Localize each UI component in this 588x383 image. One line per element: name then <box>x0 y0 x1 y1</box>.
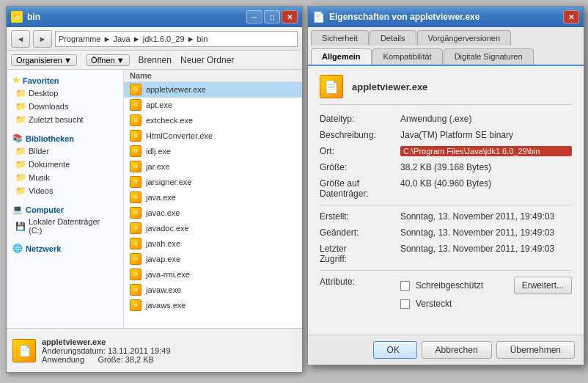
status-modified: Änderungsdatum: 13.11.2011 19:49 <box>42 346 171 355</box>
dialog-title-icon: 📄 <box>312 11 325 23</box>
network-icon: 🌐 <box>12 244 23 253</box>
accessed-label: LetzterZugriff: <box>320 244 400 264</box>
open-button[interactable]: Öffnen ▼ <box>86 54 130 66</box>
status-info: appletviewer.exe Änderungsdatum: 13.11.2… <box>42 338 171 364</box>
prop-divider-1 <box>320 205 572 205</box>
status-filename: appletviewer.exe <box>42 338 171 346</box>
folder-icon: 📁 <box>15 186 26 196</box>
list-item[interactable]: ⚙HtmlConverter.exe <box>124 128 302 144</box>
ok-button[interactable]: OK <box>373 341 417 359</box>
dialog-buttons: OK Abbrechen Übernehmen <box>308 335 584 365</box>
list-item[interactable]: ⚙javadoc.exe <box>124 221 302 236</box>
dialog-tabs: Sicherheit Details Vorgängerversionen Al… <box>308 27 584 66</box>
accessed-row: LetzterZugriff: Sonntag, 13. November 20… <box>320 244 572 264</box>
list-item[interactable]: ⚙extcheck.exe <box>124 113 302 128</box>
burn-menu-item[interactable]: Brennen <box>139 55 172 65</box>
dialog-close-button[interactable]: ✕ <box>563 10 579 23</box>
drive-icon: 💾 <box>15 221 26 231</box>
description-label: Beschreibung: <box>320 130 400 140</box>
readonly-checkbox[interactable] <box>400 281 410 291</box>
created-value: Sonntag, 13. November 2011, 19:49:03 <box>400 211 572 222</box>
sidebar-item-desktop[interactable]: 📁 Desktop <box>10 87 120 100</box>
prop-divider-2 <box>320 270 572 271</box>
list-item[interactable]: ⚙jar.exe <box>124 159 302 175</box>
status-file-icon: 📄 <box>12 339 36 362</box>
tab-general[interactable]: Allgemein <box>311 48 372 65</box>
sidebar-item-documents[interactable]: 📁 Dokumente <box>10 158 120 171</box>
tab-details[interactable]: Details <box>370 30 416 45</box>
forward-button[interactable]: ► <box>33 30 52 48</box>
tab-row-2: Allgemein Kompatibilität Digitale Signat… <box>308 45 584 66</box>
filetype-row: Dateityp: Anwendung (.exe) <box>320 114 572 124</box>
dialog-titlebar: 📄 Eigenschaften von appletviewer.exe ✕ <box>308 7 584 27</box>
size-disk-value: 40,0 KB (40.960 Bytes) <box>400 178 572 189</box>
description-value: Java(TM) Platform SE binary <box>400 130 572 140</box>
sidebar-item-videos[interactable]: 📁 Videos <box>10 184 120 197</box>
sidebar-item-local-drive[interactable]: 💾 Lokaler Datenträger (C:) <box>10 216 120 236</box>
window-controls: ─ □ ✕ <box>246 10 298 23</box>
hidden-checkbox[interactable] <box>400 299 410 309</box>
sidebar-item-downloads[interactable]: 📁 Downloads <box>10 100 120 113</box>
description-row: Beschreibung: Java(TM) Platform SE binar… <box>320 130 572 140</box>
cancel-button[interactable]: Abbrechen <box>422 341 492 359</box>
address-bar[interactable]: Programme ► Java ► jdk1.6.0_29 ► bin <box>55 31 298 47</box>
tab-security[interactable]: Sicherheit <box>311 30 369 45</box>
file-icon: ⚙ <box>130 207 142 219</box>
hidden-label: Versteckt <box>416 299 452 309</box>
list-item[interactable]: ⚙java.exe <box>124 190 302 205</box>
size-disk-row: Größe aufDatenträger: 40,0 KB (40.960 By… <box>320 178 572 199</box>
file-icon: ⚙ <box>130 284 142 296</box>
list-item[interactable]: ⚙javac.exe <box>124 205 302 221</box>
list-item[interactable]: ⚙javaw.exe <box>124 282 302 298</box>
back-button[interactable]: ◄ <box>11 30 30 48</box>
list-item[interactable]: ⚙javah.exe <box>124 236 302 252</box>
status-size: Größe: 38,2 KB <box>98 355 153 364</box>
maximize-button[interactable]: □ <box>264 10 280 23</box>
file-header-name: appletviewer.exe <box>352 81 427 92</box>
file-header: 📄 appletviewer.exe <box>320 75 572 105</box>
tab-digital-signatures[interactable]: Digitale Signaturen <box>444 48 534 65</box>
modified-row: Geändert: Sonntag, 13. November 2011, 19… <box>320 227 572 238</box>
list-item[interactable]: ⚙javap.exe <box>124 252 302 267</box>
file-icon: ⚙ <box>130 84 142 95</box>
sidebar-item-recent[interactable]: 📁 Zuletzt besucht <box>10 113 120 126</box>
list-item[interactable]: ⚙idlj.exe <box>124 144 302 159</box>
modified-label: Geändert: <box>320 227 400 238</box>
list-item[interactable]: ⚙javaws.exe <box>124 298 302 313</box>
file-icon: ⚙ <box>130 192 142 203</box>
new-folder-menu-item[interactable]: Neuer Ordner <box>180 55 234 65</box>
tab-compatibility[interactable]: Kompatibilität <box>372 48 443 65</box>
status-type: Anwendung <box>42 355 84 364</box>
list-item[interactable]: ⚙appletviewer.exe <box>124 82 302 98</box>
network-header: 🌐 Netzwerk <box>10 242 120 255</box>
location-label: Ort: <box>320 146 400 156</box>
explorer-window: 📁 bin ─ □ ✕ ◄ ► Programme ► Java ► jdk1.… <box>6 6 303 373</box>
file-icon: ⚙ <box>130 145 142 157</box>
tab-previous-versions[interactable]: Vorgängerversionen <box>417 30 511 45</box>
file-icon: ⚙ <box>130 299 142 311</box>
explorer-title-icon: 📁 <box>11 11 23 23</box>
size-label: Größe: <box>320 162 400 172</box>
location-value: C:\Program Files\Java\jdk1.6.0_29\bin <box>400 146 572 156</box>
libraries-section: 📚 Bibliotheken 📁 Bilder 📁 Dokumente 📁 Mu… <box>10 132 120 197</box>
list-item[interactable]: ⚙apt.exe <box>124 98 302 113</box>
advanced-button[interactable]: Erweitert... <box>514 277 572 294</box>
minimize-button[interactable]: ─ <box>246 10 262 23</box>
file-icon: ⚙ <box>130 130 142 142</box>
dialog-window-controls: ✕ <box>563 10 579 23</box>
sidebar-item-music[interactable]: 📁 Musik <box>10 171 120 184</box>
folder-icon: 📁 <box>15 101 26 112</box>
organize-button[interactable]: Organisieren ▼ <box>11 54 77 66</box>
hidden-row: Versteckt <box>400 299 572 309</box>
size-disk-label: Größe aufDatenträger: <box>320 178 400 199</box>
tab-row-1: Sicherheit Details Vorgängerversionen <box>308 27 584 45</box>
readonly-label: Schreibgeschützt <box>416 280 483 291</box>
library-icon: 📚 <box>12 134 23 143</box>
list-item[interactable]: ⚙jarsigner.exe <box>124 175 302 190</box>
close-button[interactable]: ✕ <box>282 10 298 23</box>
readonly-row: Schreibgeschützt Erweitert... <box>400 277 572 294</box>
created-label: Erstellt: <box>320 211 400 222</box>
apply-button[interactable]: Übernehmen <box>496 341 575 359</box>
list-item[interactable]: ⚙java-rmi.exe <box>124 267 302 282</box>
sidebar-item-pictures[interactable]: 📁 Bilder <box>10 145 120 158</box>
